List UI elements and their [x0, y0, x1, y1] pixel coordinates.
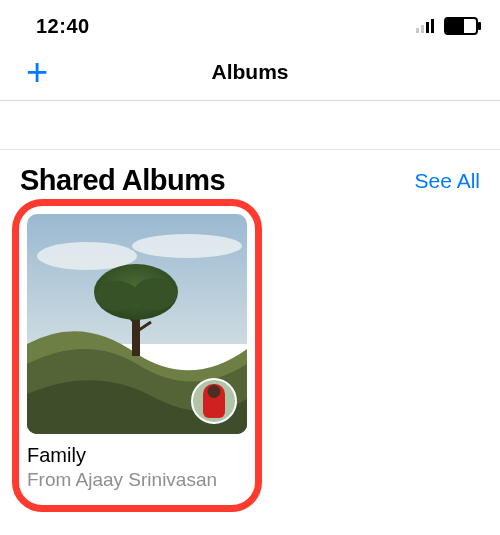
svg-rect-2 — [426, 22, 429, 33]
album-thumbnail[interactable] — [27, 214, 247, 434]
album-highlight: Family From Ajaay Srinivasan — [12, 199, 262, 512]
page-title: Albums — [0, 60, 500, 84]
status-time: 12:40 — [36, 15, 90, 38]
svg-point-6 — [132, 234, 242, 258]
svg-rect-3 — [431, 19, 434, 33]
cellular-icon — [416, 19, 438, 33]
album-name: Family — [27, 444, 247, 467]
nav-header: + Albums — [0, 44, 500, 101]
shared-user-avatar — [191, 378, 237, 424]
album-from: From Ajaay Srinivasan — [27, 469, 247, 491]
add-button[interactable]: + — [20, 53, 54, 91]
svg-rect-0 — [416, 28, 419, 33]
section-title: Shared Albums — [20, 164, 225, 197]
svg-point-10 — [133, 278, 177, 310]
status-indicators — [416, 17, 478, 35]
shared-albums-section: Shared Albums See All — [0, 149, 500, 512]
status-bar: 12:40 — [0, 0, 500, 44]
see-all-button[interactable]: See All — [415, 169, 480, 193]
svg-point-9 — [95, 281, 139, 311]
battery-icon — [444, 17, 478, 35]
svg-rect-1 — [421, 25, 424, 33]
